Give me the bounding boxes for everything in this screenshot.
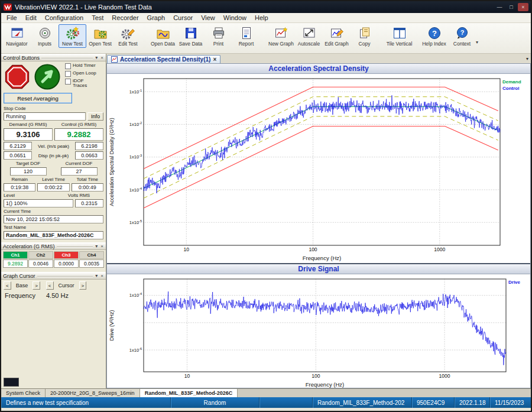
control-label: Control (G RMS) (54, 122, 103, 127)
panel-header-grip (57, 246, 93, 248)
checkbox-box[interactable] (65, 63, 71, 69)
cursor-next-button[interactable]: > (79, 281, 87, 290)
toolbar-button-edit-graph[interactable]: Edit Graph (323, 24, 351, 48)
cursor-label: Cursor (55, 283, 78, 288)
toolbar-button-print[interactable]: Print (205, 24, 232, 48)
base-label: Base (12, 283, 32, 288)
control-buttons-title: Control Buttons (3, 55, 40, 61)
velocity-label: Vel. (in/s peak) (34, 144, 73, 149)
toolbar-button-new-test[interactable]: New Test (59, 24, 86, 48)
acceleration-panel-close-icon[interactable]: × (100, 244, 104, 249)
toolbar-button-label: New Test (62, 41, 83, 47)
volts-rms-value: 0.2315 (75, 199, 103, 207)
start-button[interactable] (34, 63, 61, 90)
acceleration-panel-collapse-icon[interactable]: ▾ (95, 244, 98, 249)
toolbar-button-report[interactable]: Report (232, 24, 260, 48)
new-graph-icon (274, 26, 288, 40)
svg-text:1x10-4: 1x10-4 (129, 292, 142, 298)
stop-button[interactable] (4, 63, 31, 90)
toolbar-button-label: Navigator (6, 41, 27, 47)
toolbar-button-label: Edit Test (118, 41, 137, 47)
graph-cursor-close-icon[interactable]: × (100, 273, 104, 278)
menu-window[interactable]: Window (219, 14, 251, 22)
toolbar-button-copy[interactable]: Copy (351, 24, 378, 48)
context-dropdown-chevron-icon[interactable]: ▾ (476, 40, 478, 45)
base-next-button[interactable]: > (33, 281, 40, 290)
checkbox-label: Hold Timer (73, 63, 96, 68)
maximize-button[interactable]: □ (506, 3, 517, 11)
svg-text:1x10-3: 1x10-3 (129, 154, 142, 160)
svg-text:1x10-4: 1x10-4 (129, 187, 142, 193)
toolbar-button-navigator[interactable]: Navigator (3, 24, 31, 48)
main-area: Acceleration Spectral Density(1) × ▾ Acc… (106, 54, 531, 388)
level-time-value: 0:00:22 (37, 183, 69, 192)
toolbar-button-save-data[interactable]: Save Data (177, 24, 205, 48)
total-time-value: 0:00:49 (72, 183, 103, 192)
document-tab[interactable]: Acceleration Spectral Density(1) × (107, 55, 220, 63)
svg-text:Drive (V²/Hz): Drive (V²/Hz) (109, 310, 115, 341)
toolbar: NavigatorInputsNew TestOpen TestEdit Tes… (1, 23, 531, 54)
tab-overflow-chevron-icon[interactable]: ▾ (526, 56, 528, 61)
idof-traces-checkbox[interactable]: iDOF Traces (65, 79, 98, 89)
close-button[interactable]: × (518, 3, 528, 11)
asd-chart[interactable]: 1010010001x10-11x10-21x10-31x10-41x10-5F… (107, 74, 530, 263)
channel-tab-ch1[interactable]: Ch1 (3, 251, 28, 259)
channel-tab-ch4[interactable]: Ch4 (79, 251, 104, 259)
bottom-tab-0[interactable]: System Check (1, 389, 46, 397)
control-panel-close-icon[interactable]: × (100, 55, 104, 60)
open-loop-checkbox[interactable]: Open Loop (65, 71, 98, 77)
window-bottom-strip (1, 408, 531, 411)
drive-chart[interactable]: 1010010001x10-41x10-6Frequency (Hz)Drive… (107, 274, 530, 388)
menu-file[interactable]: File (2, 14, 21, 22)
control-panel-collapse-icon[interactable]: ▾ (95, 55, 98, 60)
acceleration-panel-title: Acceleration (G RMS) (3, 244, 55, 249)
document-tab-label: Acceleration Spectral Density(1) (120, 56, 210, 63)
toolbar-button-context[interactable]: ?Context (448, 24, 476, 48)
tab-close-icon[interactable]: × (213, 56, 216, 63)
total-time-label: Total Time (72, 177, 103, 182)
toolbar-button-tile-vertical[interactable]: Tile Vertical (385, 24, 413, 48)
context-icon: ? (455, 26, 469, 40)
bottom-tab-1[interactable]: 20-2000Hz_20G_8_Sweeps_16min (46, 389, 140, 397)
current-time-label: Current Time (4, 209, 31, 214)
toolbar-button-edit-test[interactable]: Edit Test (114, 24, 142, 48)
svg-text:10: 10 (184, 246, 190, 252)
reset-averaging-button[interactable]: Reset Averaging (4, 93, 72, 103)
info-button[interactable]: Info (87, 112, 103, 121)
trace-color-swatch[interactable] (4, 378, 19, 387)
graph-cursor-collapse-icon[interactable]: ▾ (95, 273, 98, 278)
hold-timer-checkbox[interactable]: Hold Timer (65, 63, 98, 69)
menu-cursor[interactable]: Cursor (169, 14, 197, 22)
base-prev-button[interactable]: < (4, 281, 11, 290)
channel-tab-ch3[interactable]: Ch3 (54, 251, 79, 259)
checkbox-box[interactable] (65, 71, 71, 77)
menu-configuration[interactable]: Configuration (41, 14, 87, 22)
minimize-button[interactable]: — (494, 3, 505, 11)
toolbar-button-new-graph[interactable]: New Graph (267, 24, 295, 48)
menu-edit[interactable]: Edit (21, 14, 41, 22)
edit-graph-icon (330, 26, 344, 40)
stop-code-label: Stop Code (4, 106, 26, 111)
menu-test[interactable]: Test (87, 14, 108, 22)
menu-view[interactable]: View (197, 14, 219, 22)
svg-text:?: ? (460, 29, 464, 36)
menu-graph[interactable]: Graph (143, 14, 170, 22)
svg-text:100: 100 (309, 246, 317, 252)
toolbar-button-open-data[interactable]: Open Data (149, 24, 177, 48)
bottom-tab-2[interactable]: Random_MIL_833F_Method-2026C (140, 389, 238, 397)
checkbox-box[interactable] (65, 79, 71, 85)
navigator-icon (10, 26, 24, 40)
channel-tab-ch2[interactable]: Ch2 (28, 251, 53, 259)
cursor-prev-button[interactable]: < (46, 281, 54, 290)
checkbox-label: Open Loop (73, 71, 96, 76)
displacement-demand-value: 0.0651 (4, 151, 32, 160)
print-icon (212, 26, 226, 40)
toolbar-button-autoscale[interactable]: Autoscale (295, 24, 323, 48)
menu-recorder[interactable]: Recorder (108, 14, 142, 22)
menu-help[interactable]: Help (251, 14, 273, 22)
toolbar-button-open-test[interactable]: Open Test (86, 24, 114, 48)
toolbar-button-label: Copy (359, 41, 371, 47)
toolbar-button-help-index[interactable]: ?Help Index (420, 24, 448, 48)
report-icon (239, 26, 254, 40)
toolbar-button-inputs[interactable]: Inputs (31, 24, 59, 48)
